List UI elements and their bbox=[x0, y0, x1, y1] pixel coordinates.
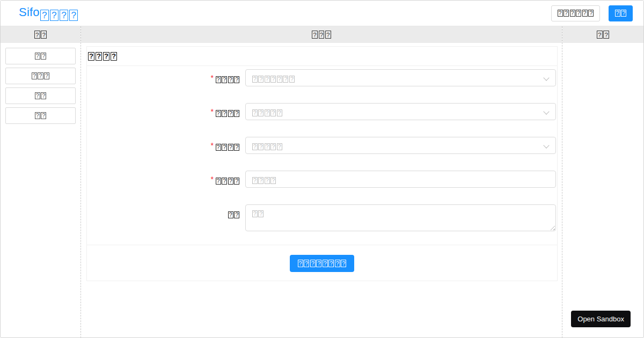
field-5-placeholder: ?? bbox=[252, 208, 264, 217]
right-pane-title: ?? bbox=[562, 26, 643, 43]
field-4-label-text: ???? bbox=[215, 175, 240, 183]
middle-pane: ??? ???? *???? ??????? bbox=[81, 26, 562, 338]
form-row-1: *???? ??????? bbox=[87, 69, 557, 86]
field-3-select[interactable]: ????? bbox=[245, 137, 556, 154]
open-sandbox-button[interactable]: Open Sandbox bbox=[571, 311, 631, 327]
field-5-control: ?? bbox=[245, 204, 556, 231]
middle-pane-title: ??? bbox=[81, 26, 562, 43]
left-pane-body: ?? ??? ?? ?? bbox=[1, 43, 80, 124]
field-1-placeholder: ??????? bbox=[252, 73, 295, 83]
left-pane: ?? ?? ??? ?? ?? bbox=[1, 26, 81, 338]
resize-handle-icon[interactable] bbox=[550, 225, 555, 230]
sidebar-button-1[interactable]: ?? bbox=[5, 48, 76, 64]
field-5-label-text: ?? bbox=[228, 209, 240, 217]
field-4-placeholder: ???? bbox=[252, 174, 276, 184]
field-3-label: *???? bbox=[87, 137, 245, 154]
field-5-label: ?? bbox=[87, 204, 245, 222]
field-2-select[interactable]: ????? bbox=[245, 103, 556, 120]
panes-container: ?? ?? ??? ?? ?? ??? ???? *???? bbox=[1, 26, 643, 338]
header-actions: ?????? ?? bbox=[551, 5, 633, 21]
field-2-label: *???? bbox=[87, 103, 245, 120]
field-1-label: *???? bbox=[87, 69, 245, 86]
required-mark: * bbox=[210, 74, 213, 82]
header-secondary-button[interactable]: ?????? bbox=[551, 5, 600, 21]
chevron-down-icon bbox=[543, 75, 549, 80]
field-5-textarea[interactable]: ?? bbox=[245, 204, 556, 231]
field-3-control: ????? bbox=[245, 137, 556, 154]
field-4-control: ???? bbox=[245, 171, 556, 188]
field-2-placeholder: ????? bbox=[252, 107, 283, 116]
required-mark: * bbox=[210, 175, 213, 183]
field-2-control: ????? bbox=[245, 103, 556, 120]
form-row-2: *???? ????? bbox=[87, 103, 557, 120]
chevron-down-icon bbox=[543, 108, 549, 114]
form-card-title: ???? bbox=[87, 47, 557, 66]
field-3-placeholder: ????? bbox=[252, 141, 283, 150]
app-logo: Sifo???? bbox=[19, 5, 78, 20]
form-footer: ???????? bbox=[87, 245, 557, 281]
field-1-select[interactable]: ??????? bbox=[245, 69, 556, 86]
required-mark: * bbox=[210, 107, 213, 116]
chevron-down-icon bbox=[543, 142, 549, 148]
field-2-label-text: ???? bbox=[215, 107, 240, 116]
sidebar-button-2[interactable]: ??? bbox=[5, 68, 76, 84]
field-4-label: *???? bbox=[87, 171, 245, 188]
field-3-label-text: ???? bbox=[215, 141, 240, 150]
middle-pane-body: ???? *???? ??????? bbox=[81, 43, 562, 281]
form-row-3: *???? ????? bbox=[87, 137, 557, 154]
form-row-5: ?? ?? bbox=[87, 204, 557, 231]
right-pane: ?? bbox=[562, 26, 643, 338]
submit-button[interactable]: ???????? bbox=[290, 255, 354, 272]
field-1-label-text: ???? bbox=[215, 74, 240, 82]
top-header: Sifo???? ?????? ?? bbox=[1, 1, 643, 26]
form-card: ???? *???? ??????? bbox=[86, 46, 558, 281]
app-window: Sifo???? ?????? ?? ?? ?? ??? ?? ?? ??? ?… bbox=[0, 0, 644, 338]
form-body: *???? ??????? bbox=[87, 66, 557, 231]
field-4-input[interactable]: ???? bbox=[245, 171, 556, 188]
sidebar-button-4[interactable]: ?? bbox=[5, 107, 76, 124]
left-pane-title: ?? bbox=[1, 26, 80, 43]
header-primary-button[interactable]: ?? bbox=[609, 5, 633, 21]
required-mark: * bbox=[210, 141, 213, 150]
form-row-4: *???? ???? bbox=[87, 171, 557, 188]
sidebar-button-3[interactable]: ?? bbox=[5, 87, 76, 104]
field-1-control: ??????? bbox=[245, 69, 556, 86]
